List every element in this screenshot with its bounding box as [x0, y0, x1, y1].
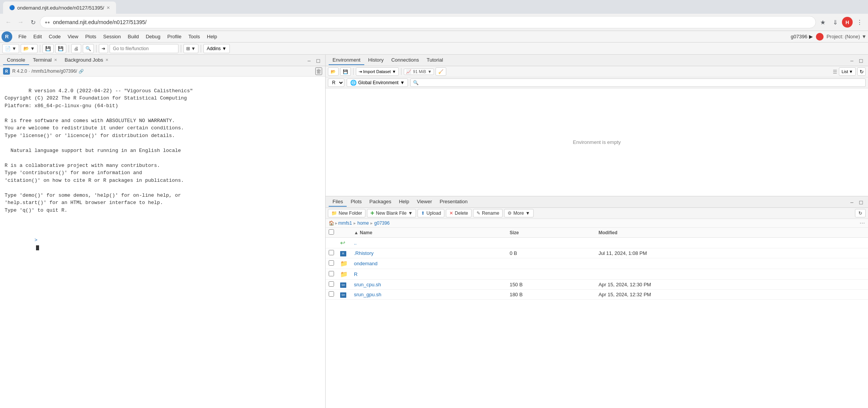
path-sep-2: ▸ [370, 220, 373, 226]
menu-file[interactable]: File [15, 33, 29, 41]
save-all-btn[interactable]: 💾 [55, 44, 66, 53]
bookmark-button[interactable]: ★ [817, 17, 828, 28]
more-btn[interactable]: ⚙ More ▼ [504, 209, 533, 217]
path-nav-icon[interactable]: 🔗 [79, 69, 84, 74]
files-refresh-btn[interactable]: ↻ [855, 209, 866, 217]
menu-profile[interactable]: Profile [164, 33, 185, 41]
upload-btn[interactable]: ⬆ Upload [418, 209, 444, 217]
menu-tools[interactable]: Tools [185, 33, 203, 41]
new-file-btn[interactable]: 📄 ▼ [2, 44, 19, 53]
env-search-input[interactable] [410, 78, 866, 87]
srun-cpu-link[interactable]: srun_cpu.sh [354, 282, 381, 287]
menu-help[interactable]: Help [204, 33, 220, 41]
files-scroll-area[interactable]: ▲ Name Size Modified [326, 228, 868, 408]
ondemand-link[interactable]: ondemand [354, 261, 377, 266]
env-maximize-btn[interactable]: ◻ [857, 57, 865, 64]
terminal-close-btn[interactable]: ✕ [54, 58, 57, 62]
up-dir-link[interactable]: .. [354, 240, 357, 246]
browser-chrome: 🔵 ondemand.njit.edu/rnode/n0127/51395/ ✕… [0, 0, 868, 31]
tab-tutorial[interactable]: Tutorial [423, 55, 447, 65]
find-btn[interactable]: 🔍 [83, 44, 94, 53]
files-maximize-btn[interactable]: ◻ [857, 198, 865, 206]
global-env-btn[interactable]: 🌐 Global Environment ▼ [347, 78, 408, 87]
menu-session[interactable]: Session [100, 33, 124, 41]
download-button[interactable]: ⇓ [830, 17, 840, 28]
open-file-btn[interactable]: 📂 ▼ [21, 44, 38, 53]
url-input[interactable] [53, 19, 811, 25]
tab-files[interactable]: Files [329, 197, 347, 207]
menu-debug[interactable]: Debug [142, 33, 163, 41]
forward-button[interactable]: → [15, 17, 26, 28]
col-name-header[interactable]: ▲ Name [351, 228, 506, 238]
reload-button[interactable]: ↻ [28, 17, 38, 28]
menu-plots[interactable]: Plots [82, 33, 99, 41]
print-btn[interactable]: 🖨 [71, 44, 81, 53]
env-save-btn[interactable]: 💾 [340, 67, 351, 76]
delete-btn[interactable]: ✕ Delete [446, 209, 472, 217]
rhistory-link[interactable]: .Rhistory [354, 250, 373, 256]
new-blank-file-btn[interactable]: ✚ New Blank File ▼ [367, 209, 416, 217]
tab-viewer[interactable]: Viewer [413, 197, 436, 207]
broom-btn[interactable]: 🧹 [436, 67, 446, 76]
tab-help[interactable]: Help [395, 197, 413, 207]
file-checkbox[interactable] [329, 250, 334, 255]
files-minimize-btn[interactable]: – [848, 198, 856, 206]
menu-code[interactable]: Code [46, 33, 64, 41]
console-maximize-btn[interactable]: ◻ [314, 57, 322, 64]
save-btn[interactable]: 💾 [43, 44, 54, 53]
tab-plots[interactable]: Plots [347, 197, 365, 207]
more-icon: ⚙ [508, 211, 512, 216]
env-refresh-btn[interactable]: ↻ [857, 67, 866, 76]
tab-terminal[interactable]: Terminal ✕ [29, 55, 61, 65]
file-checkbox[interactable] [329, 260, 334, 266]
address-bar[interactable]: ●● [40, 16, 816, 28]
user-menu-icon[interactable]: ▶ [809, 34, 813, 39]
r-folder-link[interactable]: R [354, 271, 357, 277]
col-size-header[interactable]: Size [506, 228, 595, 238]
file-checkbox[interactable] [329, 281, 334, 287]
back-button[interactable]: ← [3, 17, 14, 28]
addins-btn[interactable]: Addins ▼ [203, 44, 230, 53]
env-open-btn[interactable]: 📂 [328, 67, 339, 76]
tab-background-jobs[interactable]: Background Jobs ✕ [61, 55, 112, 65]
tab-packages[interactable]: Packages [365, 197, 395, 207]
tab-environment[interactable]: Environment [329, 55, 364, 65]
rename-btn[interactable]: ✎ Rename [473, 209, 503, 217]
project-selector[interactable]: Project: (None) ▼ [827, 34, 866, 39]
import-dataset-btn[interactable]: ⇥ Import Dataset ▼ [356, 67, 399, 76]
go-to-file-input[interactable] [110, 44, 179, 53]
tab-console[interactable]: Console [3, 55, 29, 65]
active-tab[interactable]: 🔵 ondemand.njit.edu/rnode/n0127/51395/ ✕ [3, 2, 116, 14]
row-checkbox-cell [326, 258, 337, 269]
menu-edit[interactable]: Edit [30, 33, 45, 41]
path-mmfs1-link[interactable]: mmfs1 [338, 220, 352, 226]
env-minimize-btn[interactable]: – [848, 57, 856, 64]
tab-history[interactable]: History [364, 55, 387, 65]
path-home-link[interactable]: home [357, 220, 369, 226]
list-view-btn[interactable]: List ▼ [839, 67, 856, 76]
chrome-user-avatar[interactable]: H [842, 17, 853, 28]
tab-close-btn[interactable]: ✕ [106, 5, 110, 10]
file-checkbox[interactable] [329, 271, 334, 276]
select-all-checkbox[interactable] [329, 229, 334, 235]
files-path-more-btn[interactable]: ⋯ [860, 220, 865, 226]
browser-tabs: 🔵 ondemand.njit.edu/rnode/n0127/51395/ ✕ [0, 0, 868, 14]
background-jobs-close-btn[interactable]: ✕ [105, 58, 108, 62]
layout-btn[interactable]: ⊞ ▼ [183, 44, 198, 53]
menu-build[interactable]: Build [125, 33, 142, 41]
tab-connections[interactable]: Connections [387, 55, 423, 65]
path-user-link[interactable]: g07396 [374, 220, 390, 226]
env-empty-message: Environment is empty [573, 139, 621, 145]
srun-gpu-link[interactable]: srun_gpu.sh [354, 292, 382, 297]
console-cursor[interactable] [36, 245, 39, 250]
menu-view[interactable]: View [64, 33, 81, 41]
file-checkbox[interactable] [329, 291, 334, 297]
new-folder-btn[interactable]: 📁 New Folder [328, 209, 365, 217]
col-modified-header[interactable]: Modified [595, 228, 868, 238]
r-dropdown[interactable]: R [328, 78, 344, 87]
console-clear-btn[interactable]: 🗑 [315, 67, 322, 75]
more-options-button[interactable]: ⋮ [854, 17, 865, 28]
go-to-file-btn[interactable]: ➜ [99, 44, 108, 53]
tab-presentation[interactable]: Presentation [436, 197, 472, 207]
console-minimize-btn[interactable]: – [305, 57, 313, 64]
